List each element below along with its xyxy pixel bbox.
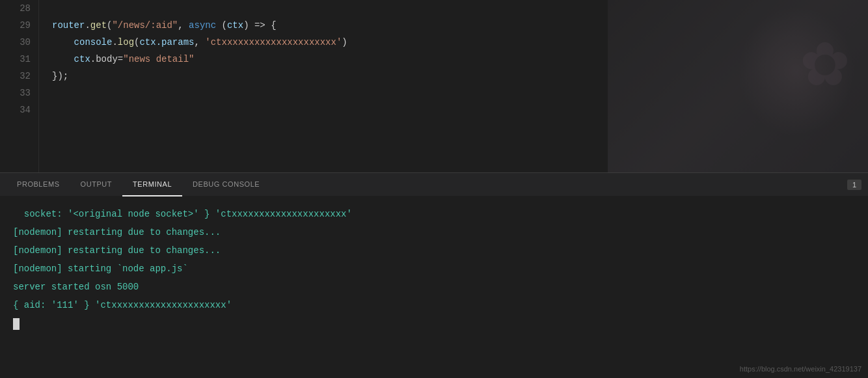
- code-token: ,: [194, 34, 205, 51]
- line-number: 29: [0, 17, 38, 34]
- panel-tabs-bar: PROBLEMSOUTPUTTERMINALDEBUG CONSOLE1: [0, 172, 868, 196]
- code-token: ) => {: [243, 17, 276, 34]
- code-token: ctx: [52, 51, 90, 68]
- code-token: router: [52, 17, 85, 34]
- line-number: 28: [0, 0, 38, 17]
- code-token: "/news/:aid": [112, 17, 178, 34]
- terminal-line: [nodemon] restarting due to changes...: [13, 223, 855, 241]
- code-token: (: [107, 17, 112, 34]
- terminal-output: socket: '<original node socket>' } 'ctxx…: [0, 196, 868, 378]
- code-token: .: [112, 34, 117, 51]
- terminal-badge: 1: [847, 180, 861, 190]
- code-token: (: [134, 34, 139, 51]
- code-token: .: [85, 17, 90, 34]
- code-line: [52, 85, 868, 101]
- panel-container: PROBLEMSOUTPUTTERMINALDEBUG CONSOLE1 soc…: [0, 172, 868, 378]
- code-token: ,: [178, 17, 189, 34]
- watermark: https://blog.csdn.net/weixin_42319137: [740, 365, 861, 373]
- line-number: 34: [0, 101, 38, 118]
- code-token: ctx: [227, 17, 243, 34]
- line-number: 30: [0, 34, 38, 51]
- terminal-cursor-line: [13, 314, 855, 332]
- terminal-line: [nodemon] restarting due to changes...: [13, 241, 855, 260]
- line-numbers-gutter: 28293031323334: [0, 0, 39, 172]
- code-line: router.get("/news/:aid", async (ctx) => …: [52, 17, 868, 34]
- panel-tab-terminal[interactable]: TERMINAL: [122, 173, 182, 196]
- code-line: [52, 0, 868, 17]
- terminal-cursor: [13, 318, 20, 330]
- code-token: 'ctxxxxxxxxxxxxxxxxxxxxx': [205, 34, 342, 51]
- code-token: async: [189, 17, 216, 34]
- code-token: get: [90, 17, 107, 34]
- code-token: (: [216, 17, 227, 34]
- terminal-line: [nodemon] starting `node app.js`: [13, 260, 855, 278]
- code-line: });: [52, 68, 868, 85]
- code-token: log: [118, 34, 134, 51]
- code-token: .body=: [90, 51, 123, 68]
- panel-tab-output[interactable]: OUTPUT: [70, 173, 123, 196]
- terminal-line: socket: '<original node socket>' } 'ctxx…: [13, 205, 855, 223]
- code-line: ctx.body="news detail": [52, 51, 868, 68]
- code-content-area: router.get("/news/:aid", async (ctx) => …: [39, 0, 868, 172]
- terminal-line: { aid: '111' } 'ctxxxxxxxxxxxxxxxxxxxxx': [13, 296, 855, 314]
- terminal-line: server started osn 5000: [13, 278, 855, 296]
- panel-tab-problems[interactable]: PROBLEMS: [7, 173, 70, 196]
- line-number: 33: [0, 85, 38, 101]
- code-token: "news detail": [123, 51, 194, 68]
- line-number: 32: [0, 68, 38, 85]
- line-number: 31: [0, 51, 38, 68]
- code-token: ): [342, 34, 347, 51]
- code-token: });: [52, 68, 68, 85]
- panel-tab-debug-console[interactable]: DEBUG CONSOLE: [182, 173, 270, 196]
- code-token: ctx.params: [139, 34, 194, 51]
- code-editor: 28293031323334 router.get("/news/:aid", …: [0, 0, 868, 172]
- code-line: console.log(ctx.params, 'ctxxxxxxxxxxxxx…: [52, 34, 868, 51]
- code-token: console: [52, 34, 112, 51]
- code-line: [52, 101, 868, 118]
